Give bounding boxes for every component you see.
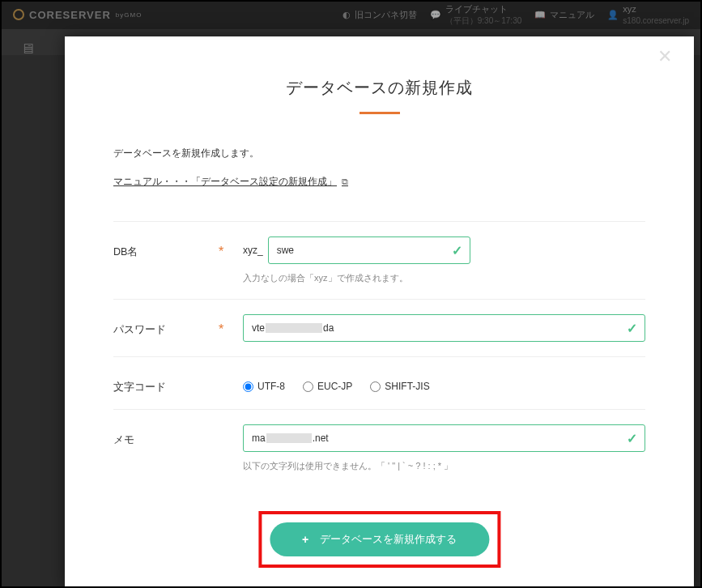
label-db-name: DB名 bbox=[113, 236, 219, 259]
check-icon: ✓ bbox=[627, 321, 637, 336]
masked-segment bbox=[266, 323, 322, 333]
external-link-icon: ⧉ bbox=[342, 177, 348, 187]
required-mark: * bbox=[219, 314, 243, 337]
logo-icon bbox=[13, 9, 24, 20]
manual-link-top[interactable]: 📖 マニュアル bbox=[534, 9, 594, 20]
modal-title: データベースの新規作成 bbox=[113, 77, 645, 99]
required-mark: * bbox=[219, 236, 243, 259]
modal: データベースの新規作成 データベースを新規作成します。 マニュアル・・・「データ… bbox=[65, 36, 694, 588]
live-chat[interactable]: 💬 ライブチャット （平日）9:30～17:30 bbox=[430, 3, 522, 25]
submit-button[interactable]: + データベースを新規作成する bbox=[270, 522, 489, 556]
masked-segment bbox=[266, 433, 312, 443]
user-info[interactable]: 👤 xyz s180.coreserver.jp bbox=[607, 3, 689, 25]
row-memo: メモ ma .net ✓ 以下の文字列は使用できません。「 ' " | ` ~ … bbox=[113, 409, 645, 487]
password-input[interactable]: vte da bbox=[243, 314, 645, 342]
db-name-input[interactable] bbox=[268, 236, 470, 264]
title-underline bbox=[360, 112, 400, 114]
close-button[interactable]: ✕ bbox=[650, 42, 679, 71]
close-icon: ✕ bbox=[657, 46, 672, 67]
form: DB名 * xyz_ ✓ 入力なしの場合「xyz」で作成されます。 パスワード … bbox=[113, 221, 645, 487]
row-charset: 文字コード UTF-8 EUC-JP bbox=[113, 356, 645, 409]
charset-radio-group: UTF-8 EUC-JP SHIFT-JIS bbox=[243, 372, 645, 392]
db-name-hint: 入力なしの場合「xyz」で作成されます。 bbox=[243, 272, 645, 284]
intro-text: データベースを新規作成します。 bbox=[113, 147, 645, 160]
memo-input[interactable]: ma .net bbox=[243, 424, 645, 452]
db-prefix: xyz_ bbox=[243, 245, 263, 256]
book-icon: 📖 bbox=[534, 9, 546, 20]
logo: CORESERVER byGMO bbox=[13, 9, 142, 21]
plus-icon: + bbox=[302, 533, 308, 546]
check-icon: ✓ bbox=[452, 243, 462, 258]
check-icon: ✓ bbox=[627, 431, 637, 446]
label-password: パスワード bbox=[113, 314, 219, 337]
logo-text: CORESERVER bbox=[29, 9, 111, 21]
chat-icon: 💬 bbox=[430, 9, 441, 20]
user-icon: 👤 bbox=[607, 9, 619, 20]
manual-link[interactable]: マニュアル・・・「データベース設定の新規作成」 ⧉ bbox=[113, 175, 348, 189]
top-bar: CORESERVER byGMO ◐ 旧コンパネ切替 💬 ライブチャット （平日… bbox=[0, 0, 702, 29]
old-cp-toggle[interactable]: ◐ 旧コンパネ切替 bbox=[342, 9, 417, 20]
memo-hint: 以下の文字列は使用できません。「 ' " | ` ~ ? ! : ; * 」 bbox=[243, 460, 645, 472]
label-charset: 文字コード bbox=[113, 372, 219, 394]
toggle-icon: ◐ bbox=[342, 9, 351, 20]
logo-sub: byGMO bbox=[116, 11, 143, 19]
submit-highlight: + データベースを新規作成する bbox=[258, 511, 500, 568]
sidebar-monitor-icon[interactable]: 🖥 bbox=[20, 40, 35, 58]
label-memo: メモ bbox=[113, 424, 219, 447]
radio-utf8[interactable]: UTF-8 bbox=[243, 381, 285, 392]
radio-sjis[interactable]: SHIFT-JIS bbox=[370, 381, 429, 392]
row-db-name: DB名 * xyz_ ✓ 入力なしの場合「xyz」で作成されます。 bbox=[113, 221, 645, 299]
radio-eucjp[interactable]: EUC-JP bbox=[303, 381, 352, 392]
modal-content: データベースの新規作成 データベースを新規作成します。 マニュアル・・・「データ… bbox=[65, 36, 694, 588]
row-password: パスワード * vte da ✓ bbox=[113, 299, 645, 356]
